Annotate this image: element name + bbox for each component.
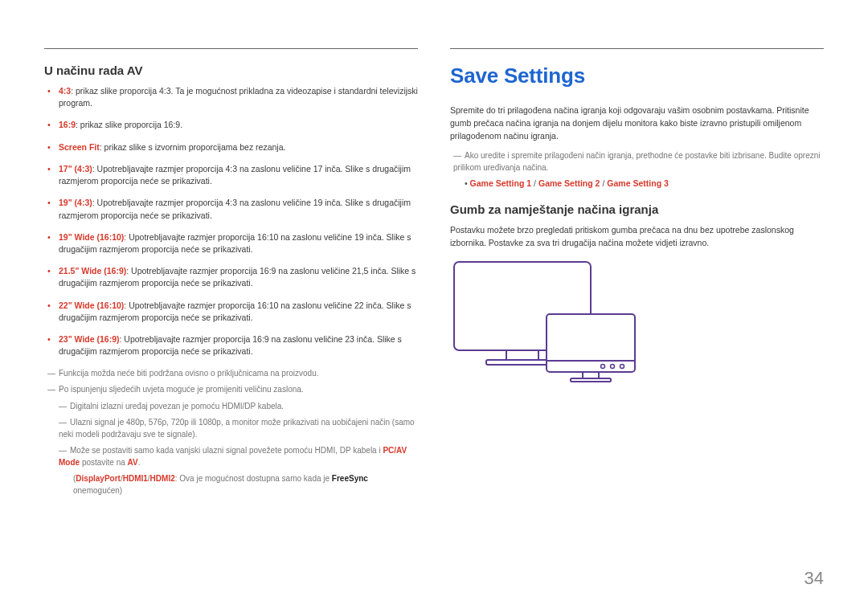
list-item: 19" Wide (16:10): Upotrebljavajte razmje…: [47, 231, 418, 255]
game-setting-3: Game Setting 3: [607, 178, 668, 188]
right-sub-heading: Gumb za namještanje načina igranja: [450, 202, 824, 216]
list-item: 23" Wide (16:9): Upotrebljavajte razmjer…: [47, 333, 418, 358]
opt-text: : prikaz slike s izvornim proporcijama b…: [100, 142, 286, 152]
right-paragraph-1: Spremite do tri prilagođena načina igran…: [450, 104, 824, 142]
list-item: Screen Fit: prikaz slike s izvornim prop…: [47, 141, 418, 153]
opt-label: 21.5" Wide (16:9): [59, 266, 126, 276]
right-footnote: ―Ako uredite i spremite prilagođeni nači…: [453, 150, 824, 174]
footnote-sub: ―Digitalni izlazni uređaj povezan je pom…: [59, 401, 418, 413]
game-setting-2: Game Setting 2: [538, 178, 600, 188]
opt-label: 19" Wide (16:10): [59, 232, 124, 242]
page-number: 34: [805, 568, 824, 589]
list-item: 4:3: prikaz slike proporcija 4:3. Ta je …: [47, 85, 418, 109]
svg-rect-8: [583, 372, 599, 378]
opt-label: 4:3: [59, 86, 71, 96]
footnote: ―Po ispunjenju sljedećih uvjeta moguće j…: [47, 384, 418, 396]
game-setting-options: • Game Setting 1/Game Setting 2/Game Set…: [465, 178, 824, 188]
left-column: U načinu rada AV 4:3: prikaz slike propo…: [44, 48, 418, 501]
right-column: Save Settings Spremite do tri prilagođen…: [450, 48, 824, 501]
opt-text: : Upotrebljavajte razmjer proporcija 4:3…: [59, 198, 411, 219]
footnote-sub2: (DisplayPort/HDMI1/HDMI2: Ova je mogućno…: [73, 473, 418, 497]
svg-rect-9: [571, 378, 611, 382]
right-paragraph-2: Postavku možete brzo pregledati pritisko…: [450, 224, 824, 250]
list-item: 22" Wide (16:10): Upotrebljavajte razmje…: [47, 300, 418, 324]
footnote-sub: ―Može se postaviti samo kada vanjski ula…: [59, 445, 418, 468]
opt-text: : prikaz slike proporcija 4:3. Ta je mog…: [59, 86, 418, 108]
opt-label: 23" Wide (16:9): [59, 334, 120, 344]
svg-rect-1: [506, 350, 538, 360]
list-item: 19" (4:3): Upotrebljavajte razmjer propo…: [47, 197, 418, 221]
opt-label: Screen Fit: [59, 142, 100, 152]
opt-label: 17" (4:3): [59, 164, 92, 174]
opt-text: : prikaz slike proporcija 16:9.: [76, 120, 182, 129]
monitor-illustration: [450, 258, 824, 398]
right-heading: Save Settings: [450, 63, 824, 88]
svg-rect-3: [547, 314, 635, 372]
opt-text: : Upotrebljavajte razmjer proporcija 4:3…: [59, 164, 411, 186]
av-options-list: 4:3: prikaz slike proporcija 4:3. Ta je …: [47, 85, 418, 358]
left-heading: U načinu rada AV: [44, 63, 418, 77]
footnote-sub: ―Ulazni signal je 480p, 576p, 720p ili 1…: [59, 417, 418, 440]
footnote: ―Funkcija možda neće biti podržana ovisn…: [47, 368, 418, 380]
list-item: 17" (4:3): Upotrebljavajte razmjer propo…: [47, 163, 418, 187]
list-item: 21.5" Wide (16:9): Upotrebljavajte razmj…: [47, 265, 418, 289]
opt-label: 22" Wide (16:10): [59, 300, 124, 310]
game-setting-1: Game Setting 1: [470, 178, 531, 188]
list-item: 16:9: prikaz slike proporcija 16:9.: [47, 119, 418, 131]
opt-label: 16:9: [59, 120, 76, 129]
monitor-icon: [450, 258, 643, 394]
content-columns: U načinu rada AV 4:3: prikaz slike propo…: [44, 48, 824, 501]
opt-label: 19" (4:3): [59, 198, 92, 207]
